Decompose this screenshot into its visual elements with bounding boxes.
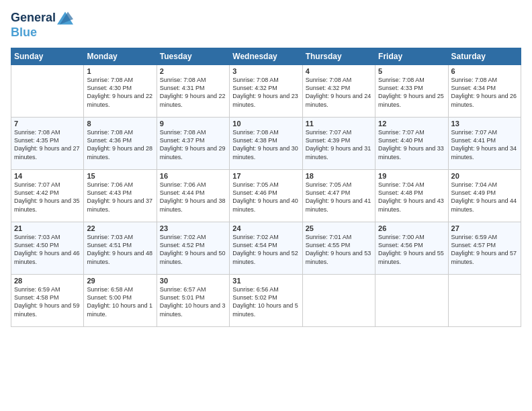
day-info: Sunrise: 7:00 AMSunset: 4:56 PMDaylight:… [378,233,445,266]
day-number: 9 [160,120,226,128]
calendar-cell: 11 Sunrise: 7:07 AMSunset: 4:39 PMDaylig… [302,118,375,170]
calendar-cell: 10 Sunrise: 7:08 AMSunset: 4:38 PMDaylig… [230,118,302,170]
weekday-header: Tuesday [157,48,229,65]
calendar-cell [375,275,448,327]
day-info: Sunrise: 7:01 AMSunset: 4:55 PMDaylight:… [306,233,372,266]
day-number: 21 [14,224,81,232]
calendar-cell: 18 Sunrise: 7:05 AMSunset: 4:47 PMDaylig… [302,170,375,222]
calendar-cell: 31 Sunrise: 6:56 AMSunset: 5:02 PMDaylig… [230,275,302,327]
day-info: Sunrise: 7:07 AMSunset: 4:42 PMDaylight:… [14,181,81,214]
day-info: Sunrise: 7:08 AMSunset: 4:30 PMDaylight:… [87,76,153,109]
calendar-week-row: 1 Sunrise: 7:08 AMSunset: 4:30 PMDayligh… [11,65,521,118]
calendar-table: SundayMondayTuesdayWednesdayThursdayFrid… [11,48,521,327]
calendar-cell: 5 Sunrise: 7:08 AMSunset: 4:33 PMDayligh… [375,65,448,118]
weekday-header: Saturday [448,48,521,65]
day-info: Sunrise: 7:08 AMSunset: 4:38 PMDaylight:… [232,128,299,161]
calendar-cell: 24 Sunrise: 7:02 AMSunset: 4:54 PMDaylig… [230,222,302,275]
calendar-week-row: 14 Sunrise: 7:07 AMSunset: 4:42 PMDaylig… [11,170,521,222]
calendar-cell: 29 Sunrise: 6:58 AMSunset: 5:00 PMDaylig… [84,275,157,327]
day-info: Sunrise: 7:03 AMSunset: 4:50 PMDaylight:… [14,233,81,266]
day-info: Sunrise: 7:07 AMSunset: 4:39 PMDaylight:… [306,128,372,161]
weekday-header: Wednesday [230,48,302,65]
day-info: Sunrise: 7:02 AMSunset: 4:54 PMDaylight:… [232,233,299,266]
weekday-header: Thursday [302,48,375,65]
calendar-cell: 28 Sunrise: 6:59 AMSunset: 4:58 PMDaylig… [11,275,84,327]
calendar-cell: 15 Sunrise: 7:06 AMSunset: 4:43 PMDaylig… [84,170,157,222]
calendar-cell: 20 Sunrise: 7:04 AMSunset: 4:49 PMDaylig… [448,170,521,222]
calendar-cell: 16 Sunrise: 7:06 AMSunset: 4:44 PMDaylig… [157,170,229,222]
day-number: 3 [232,67,299,75]
day-info: Sunrise: 7:05 AMSunset: 4:47 PMDaylight:… [306,181,372,214]
day-number: 22 [87,224,153,232]
calendar-week-row: 7 Sunrise: 7:08 AMSunset: 4:35 PMDayligh… [11,118,521,170]
weekday-header: Monday [84,48,157,65]
day-info: Sunrise: 7:08 AMSunset: 4:36 PMDaylight:… [87,128,153,161]
day-info: Sunrise: 7:03 AMSunset: 4:51 PMDaylight:… [87,233,153,266]
day-info: Sunrise: 6:59 AMSunset: 4:57 PMDaylight:… [451,233,518,266]
calendar-cell: 8 Sunrise: 7:08 AMSunset: 4:36 PMDayligh… [84,118,157,170]
day-info: Sunrise: 7:08 AMSunset: 4:32 PMDaylight:… [232,76,299,109]
day-number: 20 [451,172,518,180]
day-info: Sunrise: 7:04 AMSunset: 4:49 PMDaylight:… [451,181,518,214]
day-number: 12 [378,120,445,128]
day-number: 29 [87,277,153,285]
calendar-cell: 4 Sunrise: 7:08 AMSunset: 4:32 PMDayligh… [302,65,375,118]
calendar-cell: 30 Sunrise: 6:57 AMSunset: 5:01 PMDaylig… [157,275,229,327]
day-number: 6 [451,67,518,75]
day-number: 8 [87,120,153,128]
day-number: 14 [14,172,81,180]
calendar-cell: 21 Sunrise: 7:03 AMSunset: 4:50 PMDaylig… [11,222,84,275]
day-info: Sunrise: 7:08 AMSunset: 4:37 PMDaylight:… [160,128,226,161]
day-info: Sunrise: 6:57 AMSunset: 5:01 PMDaylight:… [160,285,226,318]
calendar-week-row: 21 Sunrise: 7:03 AMSunset: 4:50 PMDaylig… [11,222,521,275]
day-number: 25 [306,224,372,232]
calendar-cell [11,65,84,118]
calendar-cell: 12 Sunrise: 7:07 AMSunset: 4:40 PMDaylig… [375,118,448,170]
page-header: General Blue [11,11,521,40]
day-info: Sunrise: 6:59 AMSunset: 4:58 PMDaylight:… [14,285,81,318]
day-info: Sunrise: 7:07 AMSunset: 4:41 PMDaylight:… [451,128,518,161]
day-number: 10 [232,120,299,128]
day-number: 11 [306,120,372,128]
day-number: 31 [232,277,299,285]
calendar-cell: 3 Sunrise: 7:08 AMSunset: 4:32 PMDayligh… [230,65,302,118]
day-number: 18 [306,172,372,180]
calendar-cell: 1 Sunrise: 7:08 AMSunset: 4:30 PMDayligh… [84,65,157,118]
day-info: Sunrise: 7:08 AMSunset: 4:32 PMDaylight:… [306,76,372,109]
calendar-cell: 27 Sunrise: 6:59 AMSunset: 4:57 PMDaylig… [448,222,521,275]
weekday-header: Friday [375,48,448,65]
day-number: 4 [306,67,372,75]
day-info: Sunrise: 7:08 AMSunset: 4:35 PMDaylight:… [14,128,81,161]
day-number: 7 [14,120,81,128]
day-number: 16 [160,172,226,180]
day-info: Sunrise: 7:06 AMSunset: 4:44 PMDaylight:… [160,181,226,214]
day-number: 24 [232,224,299,232]
logo-icon [57,11,73,25]
calendar-cell: 2 Sunrise: 7:08 AMSunset: 4:31 PMDayligh… [157,65,229,118]
calendar-cell: 14 Sunrise: 7:07 AMSunset: 4:42 PMDaylig… [11,170,84,222]
weekday-header-row: SundayMondayTuesdayWednesdayThursdayFrid… [11,48,521,65]
day-info: Sunrise: 6:56 AMSunset: 5:02 PMDaylight:… [232,285,299,318]
calendar-cell: 13 Sunrise: 7:07 AMSunset: 4:41 PMDaylig… [448,118,521,170]
day-info: Sunrise: 7:04 AMSunset: 4:48 PMDaylight:… [378,181,445,214]
calendar-cell: 6 Sunrise: 7:08 AMSunset: 4:34 PMDayligh… [448,65,521,118]
calendar-cell [302,275,375,327]
weekday-header: Sunday [11,48,84,65]
day-info: Sunrise: 7:08 AMSunset: 4:33 PMDaylight:… [378,76,445,109]
day-info: Sunrise: 7:06 AMSunset: 4:43 PMDaylight:… [87,181,153,214]
day-number: 26 [378,224,445,232]
calendar-cell: 23 Sunrise: 7:02 AMSunset: 4:52 PMDaylig… [157,222,229,275]
calendar-cell: 17 Sunrise: 7:05 AMSunset: 4:46 PMDaylig… [230,170,302,222]
day-number: 5 [378,67,445,75]
calendar-cell: 26 Sunrise: 7:00 AMSunset: 4:56 PMDaylig… [375,222,448,275]
calendar-cell: 22 Sunrise: 7:03 AMSunset: 4:51 PMDaylig… [84,222,157,275]
day-number: 2 [160,67,226,75]
day-number: 19 [378,172,445,180]
calendar-cell: 25 Sunrise: 7:01 AMSunset: 4:55 PMDaylig… [302,222,375,275]
day-number: 30 [160,277,226,285]
calendar-cell: 19 Sunrise: 7:04 AMSunset: 4:48 PMDaylig… [375,170,448,222]
day-number: 17 [232,172,299,180]
logo-blue-text: Blue [11,26,37,40]
day-number: 13 [451,120,518,128]
day-info: Sunrise: 6:58 AMSunset: 5:00 PMDaylight:… [87,285,153,318]
